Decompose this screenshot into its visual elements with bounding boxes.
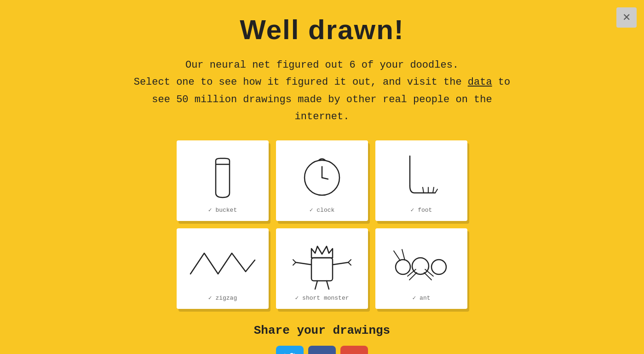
doodle-drawing-clock [288, 149, 356, 204]
svg-line-5 [423, 187, 424, 193]
svg-line-13 [333, 262, 348, 265]
main-container: Well drawn! Our neural net figured out 6… [115, 0, 529, 354]
svg-line-10 [296, 262, 311, 265]
doodle-label-ant: ant [412, 294, 430, 302]
svg-point-20 [431, 260, 446, 274]
doodle-card-clock[interactable]: clock [276, 140, 368, 221]
svg-line-7 [433, 187, 434, 193]
svg-line-12 [293, 262, 296, 265]
close-icon: ✕ [622, 12, 631, 23]
doodle-drawing-bucket [188, 149, 257, 204]
doodle-card-bucket[interactable]: bucket [177, 140, 269, 221]
subtitle-part1: Our neural net figured out 6 of your doo… [185, 59, 459, 71]
svg-line-14 [348, 260, 351, 262]
share-title: Share your drawings [124, 324, 520, 337]
doodle-card-foot[interactable]: foot [375, 140, 467, 221]
doodle-card-short-monster[interactable]: short monster [276, 228, 368, 309]
svg-line-3 [322, 178, 328, 179]
data-link[interactable]: data [468, 76, 492, 88]
doodle-label-clock: clock [310, 206, 335, 214]
doodles-grid: bucket clock [124, 140, 520, 309]
doodle-card-zigzag[interactable]: zigzag [177, 228, 269, 309]
subtitle: Our neural net figured out 6 of your doo… [124, 57, 520, 126]
svg-line-15 [348, 262, 351, 265]
twitter-share-button[interactable] [276, 346, 304, 354]
svg-line-17 [327, 281, 329, 289]
svg-point-19 [412, 258, 429, 274]
svg-line-22 [402, 250, 405, 260]
google-share-button[interactable]: g+ [340, 346, 368, 354]
twitter-icon [283, 351, 296, 354]
doodle-label-zigzag: zigzag [208, 294, 237, 302]
close-button[interactable]: ✕ [616, 7, 637, 28]
doodle-drawing-short-monster [288, 237, 356, 292]
subtitle-part2: Select one to see how it figured it out,… [134, 76, 462, 88]
facebook-share-button[interactable]: f [308, 346, 336, 354]
share-buttons: f g+ [124, 346, 520, 354]
svg-line-11 [293, 260, 296, 262]
doodle-drawing-foot [387, 149, 456, 204]
doodle-drawing-ant [387, 237, 456, 292]
doodle-card-ant[interactable]: ant [375, 228, 467, 309]
svg-line-8 [435, 189, 437, 193]
svg-rect-9 [311, 258, 333, 281]
doodle-drawing-zigzag [188, 237, 257, 292]
svg-line-21 [394, 251, 400, 261]
doodle-label-foot: foot [411, 206, 432, 214]
page-title: Well drawn! [124, 14, 520, 46]
doodle-label-short-monster: short monster [295, 294, 349, 302]
facebook-icon: f [320, 351, 325, 354]
svg-line-16 [315, 281, 317, 289]
doodle-label-bucket: bucket [208, 206, 237, 214]
svg-point-18 [396, 260, 410, 274]
